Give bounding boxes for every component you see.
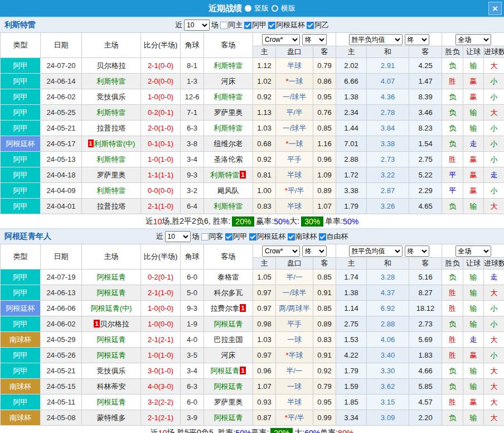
scope-select[interactable]: 全场 bbox=[455, 34, 491, 45]
filter-checkbox[interactable]: 阿根廷杯 bbox=[268, 20, 305, 30]
avg-odds-group: 胜平负均值终 bbox=[336, 33, 442, 46]
column-header: 客场 bbox=[204, 244, 253, 270]
avg-draw-odds: 2.88 bbox=[367, 316, 409, 332]
filter-checkbox-label: 南球杯 bbox=[295, 232, 317, 242]
handicap-odds-away: 1.07 bbox=[313, 199, 336, 214]
filter-checkbox[interactable]: 同客 bbox=[201, 232, 224, 242]
match-row: 阿甲24-07-20贝尔格拉2-1(0-0)8-1利斯特雷1.12半球0.792… bbox=[1, 58, 504, 74]
close-button[interactable]: × bbox=[488, 2, 502, 15]
avg-draw-odds: 3.28 bbox=[367, 270, 409, 285]
away-team: 泰格雷 bbox=[204, 270, 253, 285]
match-type-cell: 阿甲 bbox=[1, 74, 41, 89]
result-outcome: 平 bbox=[442, 167, 463, 183]
avg-away-odds: 4.65 bbox=[409, 199, 442, 214]
handicap-odds-home: 1.02 bbox=[253, 74, 276, 89]
team-label: 利斯特雷 bbox=[214, 93, 243, 101]
odds-provider-select[interactable]: Crow* bbox=[262, 246, 300, 257]
team-label: 利斯特雷 bbox=[97, 186, 126, 195]
checkbox-unchecked-icon bbox=[201, 233, 209, 240]
handicap-odds-away: 0.85 bbox=[313, 301, 336, 316]
avg-draw-odds: 4.07 bbox=[367, 74, 409, 89]
column-header: 盘口 bbox=[276, 258, 313, 270]
avg-time-select[interactable]: 终 bbox=[405, 34, 429, 45]
handicap-line: 半球 bbox=[276, 58, 313, 74]
handicap-odds-home: 0.81 bbox=[253, 167, 276, 183]
team-label: 阿根廷青 bbox=[214, 320, 243, 328]
corner-score: 9-3 bbox=[181, 301, 204, 316]
column-header: 和 bbox=[367, 46, 409, 58]
avg-away-odds: 8.27 bbox=[409, 285, 442, 301]
radio-vertical-selected-icon[interactable] bbox=[245, 5, 251, 12]
handicap-outcome: 赢 bbox=[463, 74, 484, 89]
avg-draw-odds: 3.38 bbox=[367, 136, 409, 152]
match-score: 2-1(1-0) bbox=[141, 199, 181, 214]
column-header: 日期 bbox=[41, 33, 82, 58]
goals-outcome: 走 bbox=[484, 167, 504, 183]
games-label: 场 bbox=[192, 232, 200, 242]
handicap-odds-away: 0.79 bbox=[313, 379, 336, 394]
corner-score: 1-9 bbox=[181, 316, 204, 332]
recent-count-select[interactable]: 10 bbox=[184, 20, 210, 31]
match-score: 2-0(0-0) bbox=[141, 74, 181, 89]
match-score: 1-0(0-0) bbox=[141, 301, 181, 316]
scope-select[interactable]: 全场 bbox=[455, 246, 491, 257]
radio-horizontal-icon[interactable] bbox=[272, 5, 278, 12]
filter-checkbox[interactable]: 阿甲 bbox=[244, 20, 266, 30]
scope-group: 全场 bbox=[442, 244, 504, 258]
goals-outcome: 大 bbox=[484, 58, 504, 74]
goals-outcome: 大 bbox=[484, 363, 504, 379]
filter-checkbox[interactable]: 阿根廷杯 bbox=[249, 232, 286, 242]
avg-draw-odds: 3.62 bbox=[367, 379, 409, 394]
handicap-line: *半球 bbox=[276, 348, 313, 363]
avg-home-odds: 1.14 bbox=[336, 301, 367, 316]
radio-vertical-label[interactable]: 竖版 bbox=[254, 3, 269, 13]
filter-checkbox[interactable]: 同主 bbox=[220, 20, 243, 30]
avg-time-select[interactable]: 终 bbox=[405, 246, 429, 257]
avg-draw-odds: 4.06 bbox=[367, 332, 409, 348]
match-score: 2-1(2-1) bbox=[141, 332, 181, 348]
goals-outcome: 小 bbox=[484, 183, 504, 199]
summary-segment: 赢率: bbox=[256, 216, 274, 227]
window-title: 近期战绩 bbox=[209, 3, 242, 14]
avg-type-select[interactable]: 胜平负均值 bbox=[349, 34, 403, 45]
summary-segment: 60% bbox=[304, 429, 320, 433]
record-summary: 近10场,胜2平2负6, 胜率:20% 赢率:50% 大:30% 单率:50% bbox=[0, 214, 504, 228]
summary-segment: 单率: bbox=[325, 216, 343, 227]
filter-checkbox[interactable]: 阿乙 bbox=[307, 20, 329, 30]
handicap-odds-away: 0.79 bbox=[313, 58, 336, 74]
filter-checkbox[interactable]: 南球杯 bbox=[288, 232, 317, 242]
odds-time-select[interactable]: 终 bbox=[302, 34, 327, 45]
match-row: 阿根廷杯24-05-171利斯特雷(中)0-1(0-1)3-8纽维尔老0.68*… bbox=[1, 136, 504, 152]
checkbox-checked-icon bbox=[249, 233, 256, 240]
match-score: 2-1(0-0) bbox=[141, 58, 181, 74]
odds-provider-select[interactable]: Crow* bbox=[262, 34, 300, 45]
column-header: 角球 bbox=[181, 244, 204, 270]
filter-checkbox[interactable]: 自由杯 bbox=[319, 232, 348, 242]
handicap-odds-away: 0.76 bbox=[313, 105, 336, 121]
match-score: 1-0(0-0) bbox=[141, 316, 181, 332]
home-team: 利斯特雷 bbox=[82, 74, 141, 89]
handicap-line: 一球 bbox=[276, 379, 313, 394]
handicap-odds-away: 0.85 bbox=[313, 121, 336, 136]
handicap-odds-home: 0.96 bbox=[253, 363, 276, 379]
handicap-line: 一/球半 bbox=[276, 121, 313, 136]
handicap-odds-home: 1.07 bbox=[253, 379, 276, 394]
handicap-odds-away: 0.91 bbox=[313, 348, 336, 363]
filter-checkbox[interactable]: 阿甲 bbox=[225, 232, 248, 242]
team-label: 罗萨里奥 bbox=[97, 171, 126, 179]
handicap-odds-home: 1.00 bbox=[253, 183, 276, 199]
avg-type-select[interactable]: 胜平负均值 bbox=[349, 246, 403, 257]
section-header: 利斯特雷近10场同主阿甲阿根廷杯阿乙 bbox=[0, 17, 504, 32]
result-outcome: 负 bbox=[442, 58, 463, 74]
handicap-odds-home: 0.93 bbox=[253, 394, 276, 410]
corner-score: 1-3 bbox=[181, 74, 204, 89]
match-score: 0-2(0-1) bbox=[141, 270, 181, 285]
recent-count-select[interactable]: 10 bbox=[165, 231, 191, 242]
check-mark-icon bbox=[288, 233, 294, 239]
goals-outcome: 大 bbox=[484, 379, 504, 394]
match-date: 24-06-06 bbox=[41, 301, 82, 316]
radio-horizontal-label[interactable]: 横版 bbox=[281, 3, 295, 13]
odds-time-select[interactable]: 终 bbox=[302, 246, 327, 257]
match-score: 2-0(1-0) bbox=[141, 121, 181, 136]
team-label: 竞技俱乐 bbox=[97, 367, 126, 375]
